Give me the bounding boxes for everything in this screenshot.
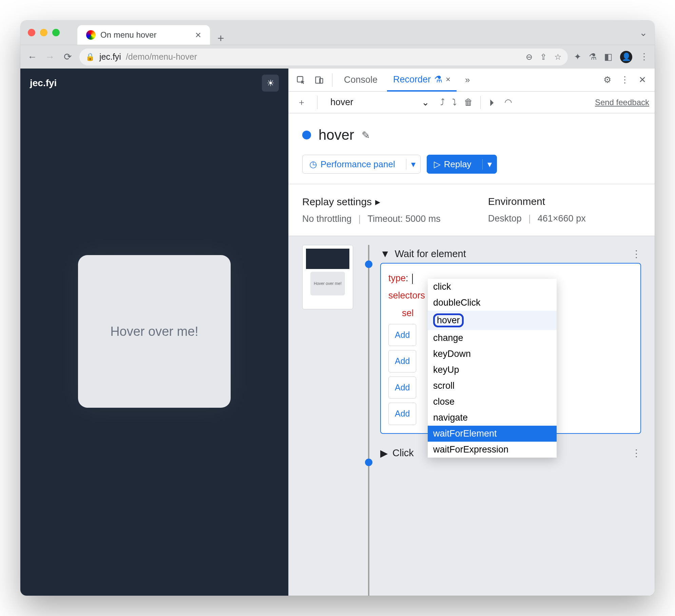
step-header[interactable]: ▼ Wait for element ⋮ [380, 245, 641, 263]
dropdown-option-keyUp[interactable]: keyUp [428, 362, 557, 378]
record-dot-icon [302, 131, 311, 139]
recorder-actions: ⤴ ⤵ 🗑 ⏵ ◠ [440, 96, 512, 109]
tab-console[interactable]: Console [338, 69, 384, 92]
panel-icon[interactable]: ◧ [604, 52, 613, 62]
replay-settings-heading[interactable]: Replay settings▸ [302, 196, 441, 208]
dropdown-option-close[interactable]: close [428, 394, 557, 410]
address-bar: ← → ⟳ 🔒 jec.fyi/demo/menu-hover ⊖ ⇪ ☆ ✦ … [20, 45, 655, 69]
thumb-viewport [306, 249, 349, 269]
devtools-tabs: Console Recorder ⚗ × » ⚙ ⋮ ✕ [289, 69, 655, 92]
timeline-line [368, 245, 369, 596]
add-button[interactable]: Add [388, 324, 416, 346]
browser-window: On menu hover × + ⌄ ← → ⟳ 🔒 jec.fyi/demo… [20, 20, 655, 596]
prop-type: type [388, 273, 406, 283]
divider [332, 73, 332, 87]
add-button[interactable]: Add [388, 377, 416, 399]
dropdown-option-click[interactable]: click [428, 279, 557, 295]
omnibox-actions: ⊖ ⇪ ☆ [526, 52, 562, 62]
close-devtools-icon[interactable]: ✕ [635, 73, 650, 88]
replay-settings: Replay settings▸ No throttling | Timeout… [302, 196, 441, 224]
chevron-right-icon: ▸ [375, 196, 380, 208]
step-title: Wait for element [395, 248, 466, 259]
recording-title-row: hover ✎ [302, 127, 641, 143]
hover-card[interactable]: Hover over me! [78, 255, 231, 408]
flask-icon: ⚗ [434, 74, 442, 85]
perf-dropdown-icon[interactable]: ▾ [406, 159, 420, 170]
hover-card-text: Hover over me! [110, 324, 198, 339]
close-window[interactable] [28, 29, 35, 36]
add-button[interactable]: Add [388, 350, 416, 372]
titlebar: On menu hover × + ⌄ [20, 20, 655, 45]
content-area: jec.fyi ☀ Hover over me! Console Recorde… [20, 69, 655, 596]
edit-title-icon[interactable]: ✎ [362, 129, 370, 141]
dropdown-option-waitForExpression[interactable]: waitForExpression [428, 442, 557, 458]
export-icon[interactable]: ⤴ [440, 97, 445, 108]
recording-title: hover [319, 127, 354, 143]
dropdown-option-waitForElement[interactable]: waitForElement [428, 426, 557, 442]
tabs-menu-icon[interactable]: ⌄ [639, 27, 647, 38]
theme-toggle-button[interactable]: ☀ [262, 75, 279, 92]
divider [317, 96, 317, 109]
zoom-out-icon[interactable]: ⊖ [526, 52, 533, 62]
replay-button[interactable]: ▷Replay ▾ [427, 155, 497, 174]
step-menu-icon[interactable]: ⋮ [632, 447, 641, 459]
inspect-icon[interactable] [293, 73, 308, 88]
dropdown-option-navigate[interactable]: navigate [428, 410, 557, 426]
recording-select[interactable]: hover ⌄ [326, 95, 434, 110]
site-title: jec.fyi [30, 78, 57, 89]
import-icon[interactable]: ⤵ [452, 97, 457, 108]
step-menu-icon[interactable]: ⋮ [632, 248, 641, 259]
settings-icon[interactable]: ⚙ [600, 73, 615, 88]
chrome-menu-icon[interactable]: ⋮ [640, 52, 649, 62]
devtools-right: ⚙ ⋮ ✕ [600, 73, 650, 88]
browser-tab[interactable]: On menu hover × [77, 25, 210, 45]
tab-recorder[interactable]: Recorder ⚗ × [387, 69, 457, 92]
add-button[interactable]: Add [388, 403, 416, 425]
step-thumbnail[interactable]: Hover over me! [302, 245, 353, 309]
tab-title: On menu hover [100, 30, 156, 40]
new-recording-button[interactable]: ＋ [294, 95, 309, 110]
device-toggle-icon[interactable] [312, 73, 327, 88]
url-domain: jec.fyi [99, 52, 121, 62]
omnibox[interactable]: 🔒 jec.fyi/demo/menu-hover ⊖ ⇪ ☆ [79, 49, 568, 65]
devtools-panel: Console Recorder ⚗ × » ⚙ ⋮ ✕ ＋ hover [288, 69, 655, 596]
share-icon[interactable]: ⇪ [540, 52, 547, 62]
profile-avatar[interactable]: 👤 [620, 51, 632, 63]
more-tabs-icon[interactable]: » [460, 73, 475, 88]
dropdown-option-hover[interactable]: hover [428, 311, 557, 330]
steps-area: Hover over me! ▼ Wait for element ⋮ type… [289, 236, 655, 596]
dropdown-option-scroll[interactable]: scroll [428, 378, 557, 394]
dropdown-option-keyDown[interactable]: keyDown [428, 346, 557, 362]
lock-icon: 🔒 [85, 53, 95, 61]
back-button[interactable]: ← [26, 52, 38, 62]
bookmark-icon[interactable]: ☆ [554, 52, 562, 62]
close-tab-icon[interactable]: × [195, 29, 201, 41]
minimize-window[interactable] [40, 29, 47, 36]
close-panel-icon[interactable]: × [446, 75, 450, 84]
divider [480, 96, 481, 109]
new-tab-button[interactable]: + [217, 32, 224, 45]
forward-button[interactable]: → [44, 52, 56, 62]
chevron-down-icon: ▼ [380, 248, 390, 259]
text-cursor [412, 274, 413, 284]
extensions-icon[interactable]: ✦ [574, 52, 581, 62]
type-autocomplete-dropdown[interactable]: clickdoubleClickhoverchangekeyDownkeyUps… [428, 279, 557, 458]
page-header: jec.fyi ☀ [30, 75, 279, 92]
dropdown-option-change[interactable]: change [428, 330, 557, 346]
send-feedback-link[interactable]: Send feedback [595, 98, 649, 107]
performance-panel-button[interactable]: ◷Performance panel ▾ [302, 155, 421, 174]
labs-icon[interactable]: ⚗ [589, 52, 597, 62]
dropdown-option-doubleClick[interactable]: doubleClick [428, 295, 557, 311]
delete-icon[interactable]: 🗑 [464, 97, 473, 108]
slow-replay-icon[interactable]: ◠ [504, 97, 512, 108]
timeline-node [365, 261, 372, 268]
step-play-icon[interactable]: ⏵ [488, 97, 497, 108]
recorder-toolbar: ＋ hover ⌄ ⤴ ⤵ 🗑 ⏵ ◠ Send feedback [289, 92, 655, 113]
replay-dropdown-icon[interactable]: ▾ [482, 159, 497, 170]
favicon-icon [86, 30, 96, 40]
url-path: /demo/menu-hover [126, 52, 197, 62]
gauge-icon: ◷ [309, 159, 317, 170]
maximize-window[interactable] [52, 29, 60, 36]
kebab-menu-icon[interactable]: ⋮ [617, 73, 632, 88]
reload-button[interactable]: ⟳ [62, 51, 73, 62]
